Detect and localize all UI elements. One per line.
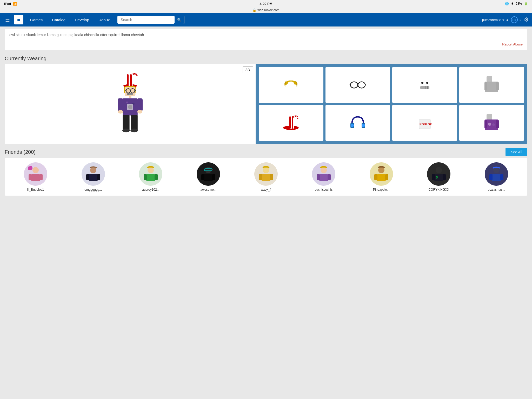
friend-name: puchiscuchis [315,188,332,191]
friends-list: lil_Bubbles1 omgggggg... [5,158,527,196]
nav-catalog[interactable]: Catalog [47,14,70,26]
svg-point-27 [137,110,142,114]
svg-rect-92 [377,174,386,181]
svg-rect-81 [212,174,215,180]
svg-point-91 [378,167,384,173]
svg-rect-29 [131,115,138,130]
friend-item[interactable]: wavy_4 [238,162,294,191]
svg-rect-25 [137,98,143,111]
status-time: 4:20 PM [260,2,272,6]
svg-rect-71 [89,174,98,181]
wearing-container: 3D [5,64,527,144]
svg-rect-103 [500,174,503,180]
svg-point-54 [351,124,354,127]
svg-rect-40 [420,86,429,89]
wearing-items-grid: ROBLOX [256,64,527,144]
item-body[interactable] [459,67,524,103]
item-hat[interactable] [259,105,323,141]
svg-rect-97 [432,174,435,180]
location-icon: 🌐 [505,2,509,5]
friend-item[interactable]: Pineapple... [353,162,410,191]
friend-name: CORYKINGXX [428,188,449,191]
svg-rect-80 [201,174,204,180]
url-text: web.roblox.com [257,8,279,12]
svg-point-26 [118,110,123,114]
friend-item[interactable]: audrey102... [123,162,179,191]
svg-point-32 [350,82,358,88]
svg-rect-88 [319,174,328,181]
item-shirt[interactable]: ROBLOX [392,105,457,141]
friend-item[interactable]: puchiscuchis [295,162,352,191]
svg-rect-82 [204,169,212,171]
avatar-preview: 3D [5,64,256,144]
search-wrapper: 🔍 [117,16,184,24]
report-abuse-link[interactable]: Report Abuse [9,42,523,46]
roblox-logo[interactable]: ■ [14,15,23,24]
svg-rect-61 [484,120,487,128]
svg-text:ROBLOX: ROBLOX [420,123,432,126]
svg-rect-86 [270,174,273,180]
nav-robux[interactable]: Robux [94,14,114,26]
friend-item[interactable]: $ CORYKINGXX [410,162,467,191]
svg-rect-48 [496,82,499,90]
svg-rect-77 [155,174,158,180]
svg-point-38 [421,82,423,84]
svg-rect-52 [292,116,293,129]
settings-icon[interactable]: ⚙ [524,16,529,23]
svg-rect-89 [317,174,320,180]
navbar: ☰ ■ Games Catalog Develop Robux 🔍 puffle… [0,13,532,26]
svg-point-19 [126,101,128,103]
see-all-button[interactable]: See All [506,148,527,156]
friend-avatar [24,162,47,186]
item-glasses[interactable] [325,67,390,103]
friend-avatar [485,162,508,186]
svg-rect-47 [484,82,487,90]
friend-avatar [139,162,162,186]
svg-point-31 [131,129,138,132]
item-face[interactable] [392,67,457,103]
svg-point-39 [426,82,428,84]
friends-title: Friends (200) [5,149,36,155]
svg-rect-72 [86,174,89,180]
friend-avatar: $ [427,162,450,186]
svg-rect-45 [487,76,492,82]
address-bar: 🔒 web.roblox.com [0,7,532,13]
3d-button[interactable]: 3D [243,66,253,73]
battery-icon: 🔋 [524,2,528,5]
robux-badge[interactable]: R$ 3 [511,16,521,23]
friend-avatar [370,162,393,186]
url-display: 🔒 web.roblox.com [252,8,279,12]
svg-point-63 [488,123,491,126]
search-input[interactable] [117,16,175,24]
item-outfit[interactable] [459,105,524,141]
svg-rect-3 [130,74,132,87]
svg-point-83 [263,167,269,173]
friend-avatar [82,162,105,186]
nav-develop[interactable]: Develop [70,14,94,26]
friend-item[interactable]: pizzasmas... [468,162,525,191]
friend-item[interactable]: awesome... [180,162,237,191]
item-hair[interactable] [259,67,323,103]
device-label: iPad [4,2,11,6]
svg-rect-79 [204,174,213,181]
svg-point-74 [148,167,154,173]
nav-right: pufflesremix: <13 R$ 3 ⚙ [482,16,529,23]
item-headphones[interactable] [325,105,390,141]
hamburger-menu[interactable]: ☰ [3,15,12,25]
friend-item[interactable]: lil_Bubbles1 [7,162,64,191]
friend-item[interactable]: omgggggg... [65,162,122,191]
friend-name: pizzasmas... [488,188,505,191]
svg-rect-17 [129,96,132,98]
friend-name: Pineapple... [373,188,389,191]
nav-games[interactable]: Games [25,14,47,26]
status-bar: iPad 📶 4:20 PM 🌐 ✱ 68% 🔋 [0,0,532,7]
friend-name: wavy_4 [261,188,271,191]
robux-icon: R$ [511,16,518,23]
svg-rect-67 [29,174,32,180]
svg-rect-69 [28,166,33,170]
svg-rect-73 [97,174,100,180]
search-button[interactable]: 🔍 [175,16,184,24]
status-left: iPad 📶 [4,2,17,6]
svg-text:$: $ [436,176,438,179]
friends-header: Friends (200) See All [0,144,532,158]
